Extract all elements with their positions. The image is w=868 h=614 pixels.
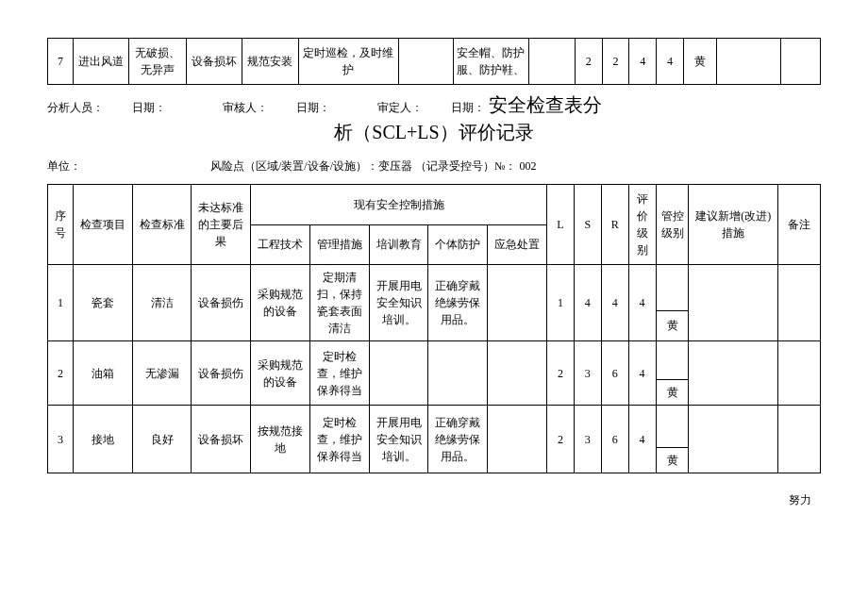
cell-eng: 采购规范的设备 (251, 341, 310, 406)
approver-label: 审定人： (377, 100, 423, 116)
table-row: 1 瓷套 清洁 设备损伤 采购规范的设备 定期清扫，保持瓷套表面清洁 开展用电安… (48, 265, 821, 311)
unit-label: 单位： (47, 158, 142, 174)
hdr-S: S (574, 185, 601, 265)
cell-train: 开展用电安全知识培训。 (369, 406, 428, 473)
cell-ctrl-top (656, 341, 689, 380)
cell-ppe: 正确穿戴绝缘劳保用品。 (428, 406, 488, 473)
hdr-eng: 工程技术 (251, 224, 310, 265)
cell-item: 进出风道 (74, 39, 129, 85)
cell-emerg (528, 39, 575, 85)
cell-level: 4 (628, 341, 656, 406)
cell-item: 油箱 (73, 341, 132, 406)
date2-label: 日期： (296, 100, 330, 116)
cell-consequence: 设备损坏 (187, 39, 242, 85)
analyst-label: 分析人员： (47, 100, 104, 116)
hdr-suggest: 建议新增(改进)措施 (689, 185, 778, 265)
hdr-ppe: 个体防护 (428, 224, 488, 265)
header-row-1: 序号 检查项目 检查标准 未达标准的主要后果 现有安全控制措施 L S R 评价… (48, 185, 821, 225)
cell-seq: 3 (48, 406, 74, 473)
cell-ctrl-color: 黄 (656, 448, 689, 473)
signature-line: 分析人员： 日期： 审核人： 日期： 审定人： 日期： 安全检查表分 (47, 92, 821, 118)
hdr-standard: 检查标准 (132, 185, 192, 265)
hdr-train: 培训教育 (369, 224, 428, 265)
cell-L: 2 (575, 39, 602, 85)
cell-ppe (428, 341, 488, 406)
cell-mgmt: 定时检查，维护保养得当 (309, 341, 369, 406)
cell-suggest (716, 39, 780, 85)
cell-S: 3 (574, 341, 601, 406)
cell-level: 4 (657, 39, 684, 85)
cell-consequence: 设备损坏 (192, 406, 251, 473)
cell-S: 3 (574, 406, 601, 473)
cell-consequence: 设备损伤 (192, 265, 251, 341)
cell-train: 开展用电安全知识培训。 (369, 265, 428, 341)
cell-train (398, 39, 453, 85)
cell-R: 4 (629, 39, 657, 85)
cell-remark (778, 265, 821, 341)
hdr-seq: 序号 (48, 185, 74, 265)
cell-L: 2 (546, 406, 574, 473)
cell-mgmt: 定期清扫，保持瓷套表面清洁 (309, 265, 369, 341)
cell-ctrl-top (656, 265, 689, 311)
cell-eng: 采购规范的设备 (251, 265, 310, 341)
cell-ppe: 安全帽、防护服、防护鞋、 (453, 39, 528, 85)
cell-emerg (488, 265, 547, 341)
hdr-level: 评价级别 (628, 185, 656, 265)
cell-color: 黄 (683, 39, 716, 85)
cell-ctrl-color: 黄 (656, 380, 689, 406)
page-title-part2: 析（SCL+LS）评价记录 (47, 120, 821, 145)
cell-train (369, 341, 428, 406)
hdr-emerg: 应急处置 (488, 224, 547, 265)
scl-evaluation-table: 序号 检查项目 检查标准 未达标准的主要后果 现有安全控制措施 L S R 评价… (47, 184, 821, 473)
cell-level: 4 (628, 265, 656, 341)
cell-remark (778, 406, 821, 473)
cell-S: 4 (574, 265, 601, 341)
cell-suggest (689, 341, 778, 406)
cell-L: 1 (546, 265, 574, 341)
date1-label: 日期： (132, 100, 166, 116)
hdr-R: R (601, 185, 628, 265)
cell-emerg (488, 406, 547, 473)
cell-standard: 良好 (132, 406, 192, 473)
reviewer-label: 审核人： (223, 100, 268, 116)
hdr-remark: 备注 (778, 185, 821, 265)
cell-R: 6 (601, 406, 628, 473)
cell-level: 4 (628, 406, 656, 473)
cell-mgmt: 定时检查，维护保养得当 (309, 406, 369, 473)
cell-ctrl-top (656, 406, 689, 448)
cell-ctrl-color: 黄 (656, 310, 689, 340)
cell-R: 6 (601, 341, 628, 406)
cell-eng: 按规范接地 (251, 406, 310, 473)
cell-S: 2 (602, 39, 629, 85)
risk-point-label: 风险点（区域/装置/设备/设施）：变压器 （记录受控号）№： 002 (210, 159, 536, 173)
table-row: 2 油箱 无渗漏 设备损伤 采购规范的设备 定时检查，维护保养得当 2 3 6 … (48, 341, 821, 380)
cell-seq: 1 (48, 265, 74, 341)
hdr-ctrl-level: 管控级别 (656, 185, 689, 265)
cell-eng: 规范安装 (242, 39, 298, 85)
cell-emerg (488, 341, 547, 406)
hdr-measures: 现有安全控制措施 (251, 185, 547, 225)
cell-standard: 无渗漏 (132, 341, 192, 406)
cell-remark (778, 341, 821, 406)
previous-table-last-row: 7 进出风道 无破损、无异声 设备损坏 规范安装 定时巡检，及时维护 安全帽、防… (47, 38, 821, 85)
table-row: 3 接地 良好 设备损坏 按规范接地 定时检查，维护保养得当 开展用电安全知识培… (48, 406, 821, 448)
cell-standard: 清洁 (132, 265, 192, 341)
table-row: 7 进出风道 无破损、无异声 设备损坏 规范安装 定时巡检，及时维护 安全帽、防… (48, 39, 821, 85)
cell-suggest (689, 406, 778, 473)
hdr-L: L (546, 185, 574, 265)
cell-ppe: 正确穿戴绝缘劳保用品。 (428, 265, 488, 341)
cell-suggest (689, 265, 778, 341)
cell-mgmt: 定时巡检，及时维护 (298, 39, 398, 85)
cell-remark (780, 39, 820, 85)
hdr-item: 检查项目 (73, 185, 132, 265)
cell-seq: 2 (48, 341, 74, 406)
cell-consequence: 设备损伤 (192, 341, 251, 406)
page-title-part1: 安全检查表分 (489, 92, 602, 118)
cell-L: 2 (546, 341, 574, 406)
cell-item: 瓷套 (73, 265, 132, 341)
footer-note: 努力 (47, 492, 821, 508)
cell-R: 4 (601, 265, 628, 341)
unit-line: 单位： 风险点（区域/装置/设备/设施）：变压器 （记录受控号）№： 002 (47, 158, 821, 174)
cell-standard: 无破损、无异声 (129, 39, 187, 85)
cell-seq: 7 (48, 39, 74, 85)
